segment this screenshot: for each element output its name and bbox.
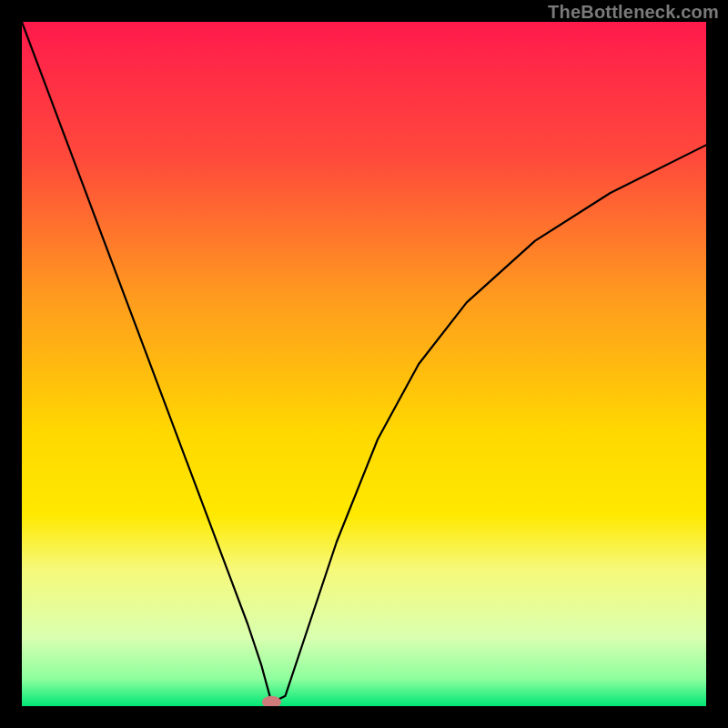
gradient-background <box>22 22 706 706</box>
attribution-text: TheBottleneck.com <box>548 2 719 23</box>
chart-canvas <box>22 22 706 706</box>
chart-svg <box>22 22 706 706</box>
chart-frame: TheBottleneck.com <box>0 0 728 728</box>
